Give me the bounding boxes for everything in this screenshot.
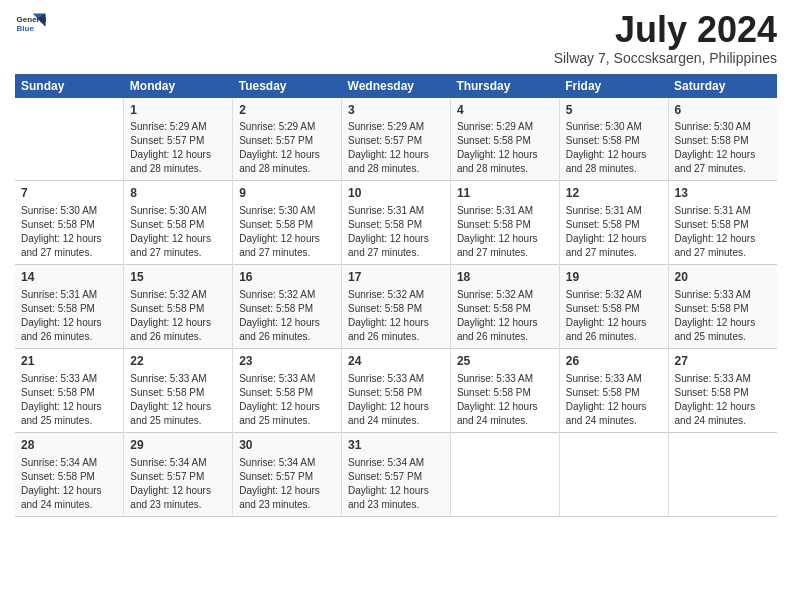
day-info: Sunrise: 5:29 AM Sunset: 5:57 PM Dayligh…: [130, 120, 226, 176]
day-number: 24: [348, 353, 444, 370]
col-header-wednesday: Wednesday: [342, 74, 451, 98]
col-header-tuesday: Tuesday: [233, 74, 342, 98]
day-cell: 22Sunrise: 5:33 AM Sunset: 5:58 PM Dayli…: [124, 348, 233, 432]
day-cell: [668, 432, 777, 516]
col-header-saturday: Saturday: [668, 74, 777, 98]
day-info: Sunrise: 5:29 AM Sunset: 5:57 PM Dayligh…: [348, 120, 444, 176]
day-info: Sunrise: 5:33 AM Sunset: 5:58 PM Dayligh…: [457, 372, 553, 428]
col-header-friday: Friday: [559, 74, 668, 98]
day-info: Sunrise: 5:34 AM Sunset: 5:57 PM Dayligh…: [348, 456, 444, 512]
day-number: 15: [130, 269, 226, 286]
day-cell: 8Sunrise: 5:30 AM Sunset: 5:58 PM Daylig…: [124, 181, 233, 265]
svg-text:Blue: Blue: [17, 24, 35, 33]
day-info: Sunrise: 5:33 AM Sunset: 5:58 PM Dayligh…: [675, 372, 771, 428]
day-number: 16: [239, 269, 335, 286]
day-cell: 21Sunrise: 5:33 AM Sunset: 5:58 PM Dayli…: [15, 348, 124, 432]
day-cell: 11Sunrise: 5:31 AM Sunset: 5:58 PM Dayli…: [450, 181, 559, 265]
day-info: Sunrise: 5:31 AM Sunset: 5:58 PM Dayligh…: [675, 204, 771, 260]
day-number: 22: [130, 353, 226, 370]
day-cell: 6Sunrise: 5:30 AM Sunset: 5:58 PM Daylig…: [668, 98, 777, 181]
day-cell: 26Sunrise: 5:33 AM Sunset: 5:58 PM Dayli…: [559, 348, 668, 432]
day-cell: 29Sunrise: 5:34 AM Sunset: 5:57 PM Dayli…: [124, 432, 233, 516]
day-info: Sunrise: 5:30 AM Sunset: 5:58 PM Dayligh…: [675, 120, 771, 176]
day-number: 25: [457, 353, 553, 370]
day-info: Sunrise: 5:30 AM Sunset: 5:58 PM Dayligh…: [130, 204, 226, 260]
day-cell: 2Sunrise: 5:29 AM Sunset: 5:57 PM Daylig…: [233, 98, 342, 181]
day-cell: 30Sunrise: 5:34 AM Sunset: 5:57 PM Dayli…: [233, 432, 342, 516]
day-info: Sunrise: 5:29 AM Sunset: 5:57 PM Dayligh…: [239, 120, 335, 176]
day-number: 23: [239, 353, 335, 370]
week-row-1: 1Sunrise: 5:29 AM Sunset: 5:57 PM Daylig…: [15, 98, 777, 181]
day-number: 18: [457, 269, 553, 286]
week-row-4: 21Sunrise: 5:33 AM Sunset: 5:58 PM Dayli…: [15, 348, 777, 432]
logo-icon: General Blue: [15, 10, 47, 38]
day-number: 11: [457, 185, 553, 202]
day-cell: 12Sunrise: 5:31 AM Sunset: 5:58 PM Dayli…: [559, 181, 668, 265]
day-cell: 17Sunrise: 5:32 AM Sunset: 5:58 PM Dayli…: [342, 265, 451, 349]
day-info: Sunrise: 5:31 AM Sunset: 5:58 PM Dayligh…: [457, 204, 553, 260]
day-cell: 19Sunrise: 5:32 AM Sunset: 5:58 PM Dayli…: [559, 265, 668, 349]
day-cell: 10Sunrise: 5:31 AM Sunset: 5:58 PM Dayli…: [342, 181, 451, 265]
location-title: Silway 7, Soccsksargen, Philippines: [554, 50, 777, 66]
day-info: Sunrise: 5:32 AM Sunset: 5:58 PM Dayligh…: [348, 288, 444, 344]
day-cell: 4Sunrise: 5:29 AM Sunset: 5:58 PM Daylig…: [450, 98, 559, 181]
day-cell: 28Sunrise: 5:34 AM Sunset: 5:58 PM Dayli…: [15, 432, 124, 516]
day-number: 1: [130, 102, 226, 119]
day-info: Sunrise: 5:30 AM Sunset: 5:58 PM Dayligh…: [21, 204, 117, 260]
day-cell: 31Sunrise: 5:34 AM Sunset: 5:57 PM Dayli…: [342, 432, 451, 516]
week-row-3: 14Sunrise: 5:31 AM Sunset: 5:58 PM Dayli…: [15, 265, 777, 349]
day-number: 4: [457, 102, 553, 119]
day-number: 21: [21, 353, 117, 370]
day-number: 30: [239, 437, 335, 454]
day-number: 7: [21, 185, 117, 202]
day-cell: 7Sunrise: 5:30 AM Sunset: 5:58 PM Daylig…: [15, 181, 124, 265]
logo: General Blue: [15, 10, 47, 38]
calendar-table: SundayMondayTuesdayWednesdayThursdayFrid…: [15, 74, 777, 517]
day-info: Sunrise: 5:34 AM Sunset: 5:57 PM Dayligh…: [239, 456, 335, 512]
day-info: Sunrise: 5:33 AM Sunset: 5:58 PM Dayligh…: [675, 288, 771, 344]
day-info: Sunrise: 5:32 AM Sunset: 5:58 PM Dayligh…: [457, 288, 553, 344]
day-info: Sunrise: 5:32 AM Sunset: 5:58 PM Dayligh…: [566, 288, 662, 344]
day-info: Sunrise: 5:30 AM Sunset: 5:58 PM Dayligh…: [566, 120, 662, 176]
day-cell: [450, 432, 559, 516]
title-section: July 2024 Silway 7, Soccsksargen, Philip…: [554, 10, 777, 66]
day-info: Sunrise: 5:33 AM Sunset: 5:58 PM Dayligh…: [130, 372, 226, 428]
day-number: 8: [130, 185, 226, 202]
day-info: Sunrise: 5:33 AM Sunset: 5:58 PM Dayligh…: [239, 372, 335, 428]
svg-text:General: General: [17, 15, 47, 24]
day-cell: 1Sunrise: 5:29 AM Sunset: 5:57 PM Daylig…: [124, 98, 233, 181]
day-number: 26: [566, 353, 662, 370]
day-number: 12: [566, 185, 662, 202]
day-cell: 5Sunrise: 5:30 AM Sunset: 5:58 PM Daylig…: [559, 98, 668, 181]
week-row-5: 28Sunrise: 5:34 AM Sunset: 5:58 PM Dayli…: [15, 432, 777, 516]
col-header-sunday: Sunday: [15, 74, 124, 98]
day-cell: [559, 432, 668, 516]
day-number: 28: [21, 437, 117, 454]
week-row-2: 7Sunrise: 5:30 AM Sunset: 5:58 PM Daylig…: [15, 181, 777, 265]
day-cell: 27Sunrise: 5:33 AM Sunset: 5:58 PM Dayli…: [668, 348, 777, 432]
day-cell: 23Sunrise: 5:33 AM Sunset: 5:58 PM Dayli…: [233, 348, 342, 432]
day-cell: 25Sunrise: 5:33 AM Sunset: 5:58 PM Dayli…: [450, 348, 559, 432]
day-info: Sunrise: 5:32 AM Sunset: 5:58 PM Dayligh…: [239, 288, 335, 344]
day-info: Sunrise: 5:32 AM Sunset: 5:58 PM Dayligh…: [130, 288, 226, 344]
day-cell: 14Sunrise: 5:31 AM Sunset: 5:58 PM Dayli…: [15, 265, 124, 349]
day-number: 27: [675, 353, 771, 370]
day-number: 17: [348, 269, 444, 286]
day-cell: 3Sunrise: 5:29 AM Sunset: 5:57 PM Daylig…: [342, 98, 451, 181]
day-info: Sunrise: 5:33 AM Sunset: 5:58 PM Dayligh…: [566, 372, 662, 428]
day-info: Sunrise: 5:29 AM Sunset: 5:58 PM Dayligh…: [457, 120, 553, 176]
day-info: Sunrise: 5:31 AM Sunset: 5:58 PM Dayligh…: [566, 204, 662, 260]
day-info: Sunrise: 5:30 AM Sunset: 5:58 PM Dayligh…: [239, 204, 335, 260]
day-cell: [15, 98, 124, 181]
month-title: July 2024: [554, 10, 777, 50]
day-number: 29: [130, 437, 226, 454]
day-number: 13: [675, 185, 771, 202]
day-cell: 9Sunrise: 5:30 AM Sunset: 5:58 PM Daylig…: [233, 181, 342, 265]
day-cell: 16Sunrise: 5:32 AM Sunset: 5:58 PM Dayli…: [233, 265, 342, 349]
day-info: Sunrise: 5:33 AM Sunset: 5:58 PM Dayligh…: [21, 372, 117, 428]
day-cell: 13Sunrise: 5:31 AM Sunset: 5:58 PM Dayli…: [668, 181, 777, 265]
col-header-monday: Monday: [124, 74, 233, 98]
day-info: Sunrise: 5:34 AM Sunset: 5:57 PM Dayligh…: [130, 456, 226, 512]
day-cell: 15Sunrise: 5:32 AM Sunset: 5:58 PM Dayli…: [124, 265, 233, 349]
day-number: 5: [566, 102, 662, 119]
